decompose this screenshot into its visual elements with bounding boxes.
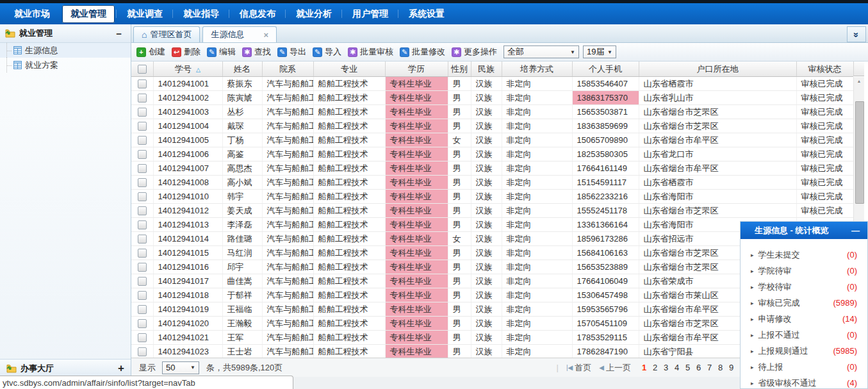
page-number[interactable]: 3 [660,363,671,372]
stats-item[interactable]: ▸学校待审(0) [741,279,867,295]
row-checkbox[interactable] [138,122,147,131]
nav-item[interactable]: 就业调查 [119,5,171,23]
nav-item[interactable]: 就业市场 [6,5,58,23]
nav-item[interactable]: 就业分析 [288,5,340,23]
col-header-ethnicity[interactable]: 民族 [471,62,502,77]
row-checkbox[interactable] [138,305,147,314]
export-button[interactable]: ✎导出 [277,46,306,58]
sidebar-collapse-icon[interactable]: − [112,28,126,39]
page-number[interactable]: 1 [639,363,650,372]
row-checkbox[interactable] [138,333,147,342]
col-header-audit_status[interactable]: 审核状态 [796,62,853,77]
nav-item[interactable]: 用户管理 [344,5,397,23]
table-row[interactable]: 14012941007高思杰汽车与船舶工程系船舶工程技术专科生毕业男汉族非定向1… [131,161,853,176]
page-number[interactable]: 8 [715,363,726,372]
table-row[interactable]: 14012941006高鉴汽车与船舶工程系船舶工程技术专科生毕业男汉族非定向18… [131,147,853,161]
row-checkbox[interactable] [138,347,147,356]
cell-ethnic: 汉族 [471,232,502,246]
first-page-button[interactable]: |◀ 首页 [566,362,591,374]
stats-item[interactable]: ▸审核已完成(5989) [741,295,867,311]
col-header-department[interactable]: 院系 [262,62,313,77]
col-header-training_mode[interactable]: 培养方式 [502,62,572,77]
col-header-gender[interactable]: 性别 [448,62,471,77]
row-checkbox[interactable] [138,277,147,286]
scrollbar-thumb[interactable] [855,101,864,204]
page-number[interactable]: 6 [693,363,704,372]
table-row[interactable]: 14012941005丁杨汽车与船舶工程系船舶工程技术专科生毕业女汉族非定向15… [131,133,853,147]
page-number[interactable]: 2 [650,363,660,372]
tab-overflow-button[interactable]: » [847,26,866,42]
sidebar-expand-icon[interactable]: + [118,362,124,375]
stats-item[interactable]: ▸申请修改(14) [741,311,867,327]
table-row[interactable]: 14012941002陈寅虓汽车与船舶工程系船舶工程技术专科生毕业男汉族非定向1… [131,91,853,105]
nav-item[interactable]: 系统设置 [400,5,453,23]
col-header-student_id[interactable]: 学号△ [153,62,222,77]
table-row[interactable]: 14012941010韩宇汽车与船舶工程系船舶工程技术专科生毕业男汉族非定向18… [131,190,853,204]
stats-panel-collapse-icon[interactable]: — [851,226,860,235]
page-number[interactable]: 5 [682,363,693,372]
page-number[interactable]: 4 [671,363,682,372]
row-checkbox[interactable] [138,164,147,173]
table-row[interactable]: 14012941004戴琛汽车与船舶工程系船舶工程技术专科生毕业男汉族非定向18… [131,119,853,133]
table-row[interactable]: 14012941003丛杉汽车与船舶工程系船舶工程技术专科生毕业男汉族非定向15… [131,105,853,119]
row-checkbox[interactable] [138,136,147,145]
col-header-degree[interactable]: 学历 [385,62,448,77]
select-all-checkbox[interactable] [138,65,147,74]
sidebar-bottom-bar[interactable]: 办事大厅 + [0,359,131,377]
year-select[interactable]: 19届 ▼ [583,46,616,58]
sidebar-item[interactable]: 就业方案 [0,58,131,72]
col-header-checkbox[interactable] [131,62,153,77]
row-checkbox[interactable] [138,291,147,300]
page-size-select[interactable]: 50 ▼ [162,361,199,374]
row-checkbox[interactable] [138,206,147,215]
table-row[interactable]: 14012941001蔡振东汽车与船舶工程系船舶工程技术专科生毕业男汉族非定向1… [131,77,853,91]
table-row[interactable]: 14012941008高小斌汽车与船舶工程系船舶工程技术专科生毕业男汉族非定向1… [131,176,853,190]
row-checkbox[interactable] [138,235,147,244]
col-header-residence[interactable]: 户口所在地 [639,62,796,77]
batch-audit-button[interactable]: ✱批量审核 [348,46,393,58]
delete-button[interactable]: ↩删除 [172,46,201,58]
create-button[interactable]: +创建 [136,46,165,58]
row-checkbox[interactable] [138,192,147,201]
table-row[interactable]: 14012941012姜天成汽车与船舶工程系船舶工程技术专科生毕业男汉族非定向1… [131,204,853,218]
close-icon[interactable]: × [263,30,268,40]
col-header-mobile[interactable]: 个人手机 [572,62,639,77]
prev-page-icon: ◀ [599,364,604,371]
edit-button[interactable]: ✎编辑 [207,46,236,58]
cell-name: 于郁祥 [222,288,262,302]
stats-item[interactable]: ▸上报规则通过(5985) [741,343,867,359]
nav-item[interactable]: 就业管理 [62,5,115,23]
sidebar-item[interactable]: 生源信息 [0,43,131,58]
scroll-up-arrow-icon[interactable]: ▲ [854,77,864,86]
page-number[interactable]: 7 [704,363,715,372]
row-checkbox[interactable] [138,263,147,272]
row-checkbox[interactable] [138,108,147,117]
nav-item[interactable]: 就业指导 [175,5,227,23]
search-button[interactable]: ✱查找 [242,46,271,58]
row-checkbox[interactable] [138,150,147,159]
more-actions-button[interactable]: ✱更多操作 [452,46,497,58]
stats-item[interactable]: ▸学院待审(0) [741,263,867,279]
col-header-name[interactable]: 姓名 [222,62,262,77]
import-button[interactable]: ✎导入 [313,46,341,58]
stats-item[interactable]: ▸待上报(0) [741,359,867,375]
prev-page-button[interactable]: ◀ 上一页 [599,362,631,374]
tab-admin-home[interactable]: ⌂ 管理区首页 [133,26,200,42]
tab-student-source-info[interactable]: 生源信息 × [202,26,277,42]
row-checkbox[interactable] [138,220,147,229]
stats-panel-header[interactable]: 生源信息 - 统计概览 — [741,222,867,239]
row-checkbox[interactable] [138,79,147,88]
nav-item[interactable]: 信息发布 [231,5,284,23]
stats-item[interactable]: ▸学生未提交(0) [741,247,867,263]
sidebar-header[interactable]: 就业管理 − [0,24,131,43]
batch-edit-button[interactable]: ✎批量修改 [400,46,445,58]
col-header-major[interactable]: 专业 [313,62,385,77]
stats-item[interactable]: ▸上报不通过(0) [741,327,867,343]
row-checkbox[interactable] [138,94,147,103]
stats-item[interactable]: ▸省级审核不通过(4) [741,375,867,389]
row-checkbox[interactable] [138,249,147,258]
row-checkbox[interactable] [138,178,147,187]
row-checkbox[interactable] [138,319,147,328]
page-number[interactable]: 9 [726,363,737,372]
scope-select[interactable]: 全部 ▼ [504,46,579,58]
